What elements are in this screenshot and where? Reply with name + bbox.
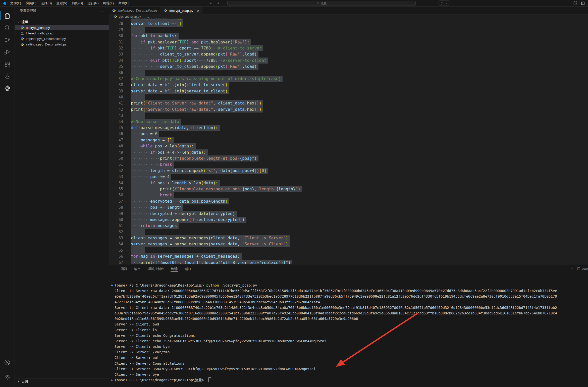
panel-tab-debug-console[interactable]: 调试控制台 <box>145 265 167 273</box>
tab-label: decrypt_pcap.py <box>169 9 193 13</box>
settings-gear-icon[interactable] <box>0 374 15 380</box>
menu-file[interactable]: 文件(F) <box>8 0 23 6</box>
terminal-output-text: Server -> Client: echo bye <box>115 345 170 349</box>
terminal-line: Client -> Server: Congratulations <box>109 361 588 366</box>
editor-tab-implant-pyc-decompiled-py[interactable]: implant.pyc_Decompiled.py <box>109 6 161 14</box>
terminal-content[interactable]: (base) PS C:\Users\dragonkeep\Desktop\流量… <box>109 273 588 387</box>
line-number: 58 <box>109 204 123 210</box>
menu-help[interactable]: 帮助(H) <box>116 0 132 6</box>
terminal-profile-item[interactable]: powersh <box>577 267 588 270</box>
line-number: 67 <box>109 260 123 264</box>
line-number: 51 <box>109 161 123 168</box>
panel-tab-ports[interactable]: 端口 <box>182 265 194 273</box>
code-line: 60········messages.append((direction,·de… <box>109 217 588 223</box>
sidebar-item-decrypt-pcap-py[interactable]: decrypt_pcap.py <box>15 25 109 30</box>
code-line: 55············print(f"Incomplete·message… <box>109 186 588 192</box>
terminal-line: Server to Client raw data: 1f00000033740… <box>109 305 588 310</box>
forward-icon[interactable] <box>217 2 220 5</box>
chevron-down-icon <box>445 2 448 5</box>
outline-label: 大纲 <box>21 379 28 384</box>
terminal-line: 472711d1d94f5bb349348bf05d51f0000007ccb9… <box>109 299 588 305</box>
line-number: 38 <box>109 82 123 88</box>
terminal-line: 0b28ed418aa11e68b561599b9685ae54b9524000… <box>109 316 588 321</box>
code-editor[interactable]: 27client_to_server·=·[]28server_to_clien… <box>109 18 588 264</box>
new-terminal-icon[interactable]: + <box>565 267 567 271</box>
history-nav <box>209 0 220 6</box>
line-number: 27 <box>109 18 123 21</box>
line-number: 53 <box>109 174 123 180</box>
panel-tab-output[interactable]: 输出 <box>131 265 144 273</box>
chevron-down-icon <box>17 20 21 24</box>
menu-goto[interactable]: 转到(G) <box>70 0 85 6</box>
terminal-output-text: Client -> Server: /var/tmp <box>115 350 170 354</box>
python-file-icon <box>114 15 117 19</box>
terminal-profile-label: powersh <box>582 267 588 270</box>
python-file-icon <box>164 9 168 13</box>
activity-testing-icon[interactable] <box>0 70 15 82</box>
terminal-line: Client -> Server: bye <box>109 372 588 377</box>
sidebar-item-settings-pyc-decompiled-py[interactable]: settings.pyc_Decompiled.py <box>15 41 109 47</box>
code-line: 44#·Now·parse·the·data <box>109 119 588 125</box>
menu-view[interactable]: 查看(V) <box>54 0 69 6</box>
panel-tab-terminal[interactable]: 终端 <box>168 265 181 273</box>
code-line: 33············client_to_server.append(pk… <box>109 51 588 57</box>
activity-extensions-icon[interactable] <box>0 58 15 70</box>
toggle-sidebar-icon[interactable] <box>581 1 585 5</box>
activity-search-icon[interactable] <box>0 22 15 34</box>
activity-source-control-icon[interactable] <box>0 34 15 46</box>
menu-selection[interactable]: 选择(S) <box>39 0 54 6</box>
line-number: 54 <box>109 180 123 186</box>
editor-tab-bar: implant.pyc_Decompiled.pydecrypt_pcap.py… <box>109 6 588 15</box>
file-name: implant.pyc_Decompiled.py <box>26 37 66 41</box>
code-line: 37#·Concatenate·payloads·(assuming·no·ou… <box>109 76 588 82</box>
code-line: 36 <box>109 70 588 76</box>
close-icon[interactable]: × <box>197 9 199 13</box>
back-icon[interactable] <box>209 2 212 5</box>
activity-run-debug-icon[interactable] <box>0 46 15 58</box>
command-center-search[interactable]: 流量 <box>227 1 416 6</box>
code-line: 67····print(f"{msg[0]}:·{msg[1].decode('… <box>109 260 588 264</box>
line-number: 39 <box>109 88 123 94</box>
code-line: 32········if·pkt[TCP].dport·==·7788:··#·… <box>109 45 588 51</box>
terminal-output-text: Server to Client raw data: 1f00000033740… <box>115 306 557 310</box>
line-number: 64 <box>109 241 123 247</box>
sparkle-decoration-icon <box>110 378 114 382</box>
customize-layout-icon[interactable] <box>573 1 577 5</box>
python-file-icon <box>20 26 24 30</box>
sidebar-item-filtered-traffic-pcap[interactable]: filtered_traffic.pcap <box>15 30 109 36</box>
code-line: 46····pos·=·0 <box>109 131 588 137</box>
menu-terminal[interactable]: 终端(T) <box>101 0 116 6</box>
more-actions-icon[interactable]: ··· <box>99 9 104 13</box>
activity-explorer-icon[interactable] <box>0 10 15 22</box>
panel-actions: + powersh <box>565 264 588 273</box>
panel-tab-problems[interactable]: 问题 <box>118 265 130 273</box>
terminal-line: Client -> Server: out <box>109 355 588 360</box>
outline-section[interactable]: 大纲 <box>15 378 109 385</box>
folder-row[interactable]: 流量 <box>15 19 109 25</box>
terminal-output-text: 472711d1d94f5bb349348bf05d51f0000007ccb9… <box>115 300 320 304</box>
breadcrumb[interactable]: decrypt_pcap.py ... <box>109 15 588 19</box>
line-number: 59 <box>109 211 123 217</box>
activity-python-icon[interactable] <box>0 82 15 94</box>
terminal-cursor <box>208 377 211 382</box>
terminal-line: Server -> Client: echo 3SoX7GyGU1KBVYS3D… <box>109 338 588 344</box>
chevron-down-icon[interactable] <box>571 267 573 270</box>
terminal-output-text: 0b28ed418aa11e68b561599b9685ae54b9524000… <box>115 317 358 321</box>
menu-run[interactable]: 运行(R) <box>85 0 101 6</box>
terminal-output-text: Client -> Server: bye <box>115 372 159 376</box>
sidebar-item-implant-pyc-decompiled-py[interactable]: implant.pyc_Decompiled.py <box>15 36 109 41</box>
editor-tab-decrypt-pcap-py[interactable]: decrypt_pcap.py× <box>161 6 202 15</box>
terminal-line: Client -> Server: /var/tmp <box>109 349 588 355</box>
code-line: 59········decrypted·=·decrypt_data(encry… <box>109 211 588 217</box>
copilot-chat-button[interactable] <box>439 1 450 6</box>
vscode-window: { "colors":{"accent":"#0078d4","arrow_re… <box>0 0 588 387</box>
code-line: 31····if·pkt.haslayer(TCP)·and·pkt.hasla… <box>109 39 588 45</box>
terminal-line: e5e7bfb2208ef40aec6cff1aa7df01285fd3a92a… <box>109 294 588 299</box>
account-icon[interactable] <box>0 359 15 366</box>
line-number: 42 <box>109 106 123 113</box>
search-placeholder: 流量 <box>321 1 327 6</box>
line-number: 48 <box>109 143 123 149</box>
menu-edit[interactable]: 编辑(E) <box>23 0 39 6</box>
terminal-line: Client -> Server: 3SoX7GyGU1KBVYS3DYFbfq… <box>109 366 588 372</box>
code-line: 38client_data·=·b''.join(client_to_serve… <box>109 82 588 88</box>
